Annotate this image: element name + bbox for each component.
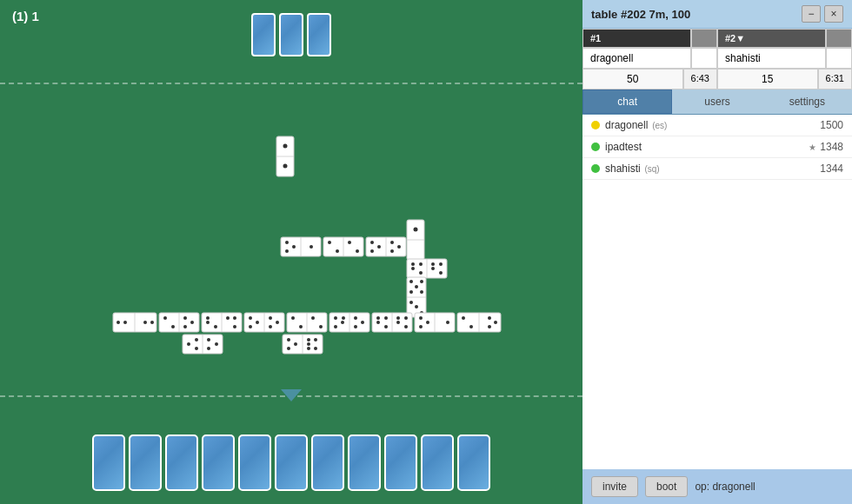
- svg-point-34: [439, 271, 443, 275]
- domino-tile[interactable]: [407, 259, 447, 278]
- domino-tile[interactable]: [457, 313, 501, 332]
- svg-point-30: [419, 271, 423, 275]
- svg-point-66: [233, 316, 236, 320]
- domino-tile[interactable]: [329, 313, 369, 332]
- domino-tile[interactable]: [287, 313, 327, 332]
- minimize-button[interactable]: −: [802, 5, 821, 23]
- svg-point-58: [190, 321, 194, 324]
- svg-point-98: [404, 325, 408, 328]
- domino-tile[interactable]: [323, 237, 363, 256]
- draw-arrow[interactable]: [281, 389, 302, 401]
- svg-point-96: [384, 316, 388, 320]
- domino-tile[interactable]: [415, 313, 455, 332]
- svg-point-103: [419, 316, 423, 320]
- svg-point-35: [431, 267, 435, 270]
- svg-point-20: [370, 249, 374, 253]
- panel-tabs: chat users settings: [582, 90, 852, 115]
- svg-point-64: [206, 321, 210, 324]
- svg-point-23: [390, 249, 394, 253]
- p1-score: 50: [582, 69, 683, 90]
- table-info: table #202 7m, 100: [591, 8, 690, 21]
- tab-chat[interactable]: chat: [582, 90, 672, 114]
- player-card[interactable]: [165, 434, 198, 491]
- svg-point-131: [307, 347, 310, 350]
- domino-tile[interactable]: [366, 237, 406, 256]
- svg-point-45: [415, 305, 418, 308]
- domino-tile[interactable]: [159, 313, 199, 332]
- player-card[interactable]: [129, 434, 162, 491]
- svg-point-55: [163, 316, 167, 320]
- svg-point-72: [249, 325, 252, 328]
- domino-tile[interactable]: [244, 313, 284, 332]
- player-card[interactable]: [348, 434, 381, 491]
- user-rating-container: 1344: [820, 162, 843, 175]
- player-card[interactable]: [202, 434, 235, 491]
- svg-point-2: [283, 144, 288, 149]
- svg-point-18: [370, 241, 374, 244]
- svg-point-71: [256, 321, 259, 324]
- p2-header: #2▼: [717, 29, 826, 48]
- p2-time-header: [826, 29, 852, 48]
- svg-point-116: [187, 342, 190, 346]
- svg-point-49: [116, 321, 120, 324]
- svg-point-93: [376, 316, 380, 320]
- svg-point-88: [354, 316, 357, 320]
- domino-tile[interactable]: [281, 237, 321, 256]
- svg-point-9: [310, 245, 313, 249]
- window-controls: − ×: [802, 5, 843, 23]
- op-text: op: dragonell: [695, 481, 755, 493]
- player-card[interactable]: [92, 434, 125, 491]
- svg-point-59: [183, 325, 187, 328]
- player-card[interactable]: [421, 434, 454, 491]
- domino-tile[interactable]: [407, 220, 424, 260]
- player-card[interactable]: [311, 434, 344, 491]
- player-card[interactable]: [238, 434, 271, 491]
- tab-users[interactable]: users: [672, 90, 762, 114]
- user-name: ipadtest: [605, 141, 809, 153]
- svg-point-89: [361, 321, 364, 324]
- svg-point-126: [287, 347, 290, 350]
- user-rating-container: 1500: [820, 119, 843, 131]
- svg-point-94: [384, 325, 388, 328]
- domino-tile[interactable]: [276, 136, 294, 176]
- p1-header: #1: [582, 29, 691, 48]
- domino-tile[interactable]: [372, 313, 412, 332]
- player-hand: [92, 434, 490, 491]
- domino-tile[interactable]: [407, 277, 426, 317]
- svg-point-90: [354, 325, 357, 328]
- game-board: (1) 1: [0, 0, 582, 504]
- p2-score: 15: [717, 69, 818, 90]
- svg-point-14: [348, 241, 351, 244]
- svg-point-129: [314, 347, 317, 350]
- player-card[interactable]: [384, 434, 417, 491]
- opponent-hand: [251, 13, 331, 56]
- domino-tile[interactable]: [202, 313, 242, 332]
- svg-point-80: [311, 316, 315, 320]
- user-status-dot: [591, 121, 600, 129]
- svg-point-31: [411, 267, 415, 270]
- svg-point-40: [420, 280, 423, 283]
- svg-point-56: [171, 325, 175, 328]
- p1-time: 6:43: [683, 69, 717, 90]
- svg-point-21: [390, 241, 394, 244]
- domino-tile[interactable]: [183, 335, 223, 354]
- domino-tile[interactable]: [283, 335, 323, 354]
- svg-point-99: [396, 321, 400, 324]
- svg-point-100: [404, 316, 408, 320]
- boot-button[interactable]: boot: [645, 476, 688, 497]
- player-card[interactable]: [457, 434, 490, 491]
- domino-tile[interactable]: [113, 313, 156, 332]
- p1-name: dragonell: [582, 48, 691, 69]
- svg-point-78: [291, 316, 295, 320]
- close-button[interactable]: ×: [824, 5, 843, 23]
- svg-point-84: [334, 316, 337, 320]
- domino-board: [0, 91, 582, 387]
- svg-point-75: [269, 325, 272, 328]
- tab-settings[interactable]: settings: [762, 90, 852, 114]
- svg-point-97: [396, 316, 400, 320]
- player-card[interactable]: [275, 434, 308, 491]
- svg-point-124: [287, 338, 290, 342]
- svg-point-62: [206, 316, 210, 320]
- invite-button[interactable]: invite: [591, 476, 638, 497]
- user-star-icon: ★: [809, 143, 819, 152]
